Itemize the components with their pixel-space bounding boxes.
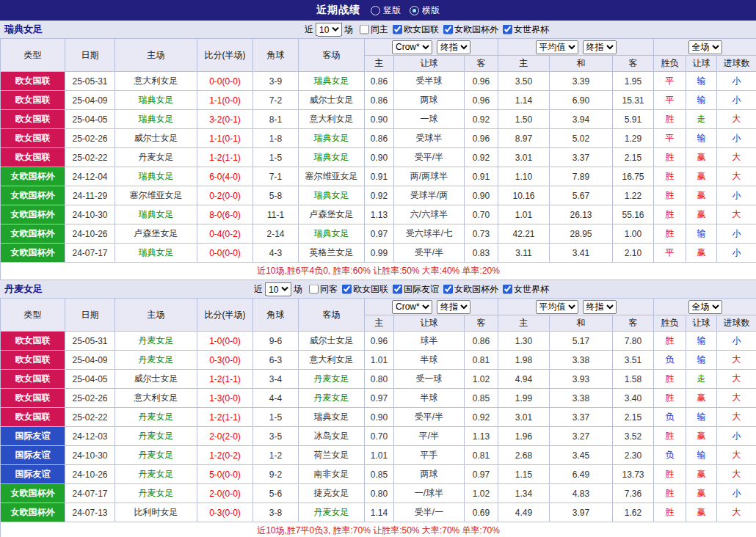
scope-group: 全场 — [654, 299, 756, 315]
checkbox-input[interactable] — [393, 25, 402, 34]
avg-odds-draw: 7.89 — [550, 167, 613, 186]
col-goals: 进球数 — [717, 315, 756, 332]
match-type-badge: 国际友谊 — [1, 465, 65, 484]
handicap-odds-home: 0.86 — [365, 91, 394, 110]
handicap-line: 六/六球半 — [394, 205, 465, 224]
odds-time-select[interactable]: 终指 — [437, 40, 470, 54]
home-team: 丹麦女足 — [115, 484, 197, 503]
col-corner: 角球 — [253, 299, 299, 332]
home-team: 丹麦女足 — [115, 351, 197, 370]
filter-checkbox[interactable]: 欧女国联 — [342, 283, 388, 296]
checkbox-input[interactable] — [309, 285, 319, 294]
handicap-odds-away: 0.86 — [465, 332, 498, 351]
avg-odds-draw: 3.38 — [550, 351, 613, 370]
result-win-draw-loss: 胜 — [654, 427, 686, 446]
layout-radio-vertical[interactable]: 竖版 — [371, 4, 401, 17]
match-date: 24-12-03 — [65, 427, 115, 446]
handicap-line: 半球 — [394, 389, 465, 408]
match-row: 欧女国联25-05-31丹麦女足1-0(0-0)9-6威尔士女足0.96球半0.… — [1, 332, 756, 351]
odds-source-select[interactable]: Crow* — [392, 40, 432, 54]
match-type-badge: 女欧国杯外 — [1, 503, 65, 522]
match-score: 1-2(0-2) — [197, 446, 253, 465]
checkbox-input[interactable] — [342, 285, 352, 294]
avg-odds-draw: 5.67 — [550, 186, 613, 205]
scope-select[interactable]: 全场 — [688, 300, 722, 314]
result-handicap: 赢 — [686, 148, 717, 167]
matches-table: 类型 日期 主场 比分(半场) 角球 客场 Crow* 终指 平均值 终指 — [0, 38, 756, 280]
filter-checkbox[interactable]: 女世界杯 — [503, 23, 549, 36]
filter-checkbox-label: 女欧国杯外 — [454, 283, 498, 296]
filter-checkbox[interactable]: 同主 — [360, 23, 388, 36]
avg-odds-away: 5.91 — [613, 110, 654, 129]
checkbox-input[interactable] — [503, 25, 512, 34]
filter-checkbox[interactable]: 女世界杯 — [503, 283, 549, 296]
corner-score: 1-5 — [253, 148, 299, 167]
avg-odds-draw: 6.90 — [550, 91, 613, 110]
checkbox-input[interactable] — [393, 285, 402, 294]
avg-odds-group: 平均值 终指 — [498, 299, 654, 315]
checkbox-input[interactable] — [443, 25, 453, 34]
avg-odds-away: 2.10 — [613, 244, 654, 263]
handicap-odds-away: 1.13 — [465, 427, 498, 446]
checkbox-input[interactable] — [360, 25, 369, 34]
result-handicap: 输 — [686, 224, 717, 244]
avg-select[interactable]: 平均值 — [536, 40, 578, 54]
avg-time-select[interactable]: 终指 — [583, 40, 617, 54]
handicap-line: 平/半 — [394, 427, 465, 446]
match-row: 欧女国联25-02-26意大利女足1-3(0-0)4-4丹麦女足0.97半球0.… — [1, 389, 756, 408]
avg-odds-draw: 3.41 — [550, 244, 613, 263]
avg-odds-draw: 6.49 — [550, 465, 613, 484]
handicap-line: 球半 — [394, 332, 465, 351]
avg-select[interactable]: 平均值 — [536, 300, 578, 314]
result-handicap: 赢 — [686, 465, 717, 484]
near-count-select[interactable]: 10 — [316, 23, 342, 37]
home-team: 比利时女足 — [115, 503, 197, 522]
filter-checkbox[interactable]: 国际友谊 — [393, 283, 439, 296]
match-row: 女欧国杯外24-12-04瑞典女足6-0(4-0)7-1塞尔维亚女足0.91两/… — [1, 167, 756, 186]
corner-score: 3-9 — [253, 72, 299, 91]
result-handicap: 赢 — [686, 186, 717, 205]
col-away: 客场 — [299, 299, 365, 332]
result-goals: 大 — [717, 167, 756, 186]
away-team: 丹麦女足 — [299, 389, 365, 408]
match-score: 0-0(0-0) — [197, 244, 253, 263]
handicap-odds-home: 0.90 — [365, 408, 394, 427]
col-avg-home: 主 — [498, 315, 550, 332]
match-row: 国际友谊24-10-30丹麦女足1-2(0-2)1-2荷兰女足1.01平手0.8… — [1, 446, 756, 465]
avg-odds-away: 15.31 — [613, 91, 654, 110]
result-handicap: 输 — [686, 91, 717, 110]
col-odds-away: 客 — [465, 315, 498, 332]
checkbox-input[interactable] — [443, 285, 453, 294]
avg-odds-draw: 3.97 — [550, 503, 613, 522]
checkbox-input[interactable] — [503, 285, 512, 294]
filter-checkbox[interactable]: 女欧国杯外 — [443, 23, 498, 36]
result-goals: 小 — [717, 332, 756, 351]
filter-checkbox[interactable]: 女欧国杯外 — [443, 283, 498, 296]
match-type-badge: 女欧国杯外 — [1, 205, 65, 224]
result-goals: 小 — [717, 72, 756, 91]
match-date: 24-11-29 — [65, 186, 115, 205]
filter-checkbox[interactable]: 欧女国联 — [393, 23, 439, 36]
handicap-line: 两球 — [394, 91, 465, 110]
odds-source-select[interactable]: Crow* — [392, 300, 432, 314]
col-goals: 进球数 — [717, 56, 756, 72]
near-count-select[interactable]: 10 — [265, 282, 291, 296]
scope-select[interactable]: 全场 — [688, 40, 722, 54]
col-odds-home: 主 — [365, 56, 394, 72]
odds-time-select[interactable]: 终指 — [437, 300, 470, 314]
result-win-draw-loss: 平 — [654, 72, 686, 91]
home-team: 威尔士女足 — [115, 370, 197, 389]
col-result: 胜负 — [654, 315, 686, 332]
result-win-draw-loss: 胜 — [654, 205, 686, 224]
filter-checkbox[interactable]: 同客 — [309, 283, 338, 296]
avg-time-select[interactable]: 终指 — [583, 300, 617, 314]
avg-odds-group: 平均值 终指 — [498, 39, 654, 56]
avg-odds-draw: 5.02 — [550, 129, 613, 148]
avg-odds-home: 4.49 — [498, 503, 550, 522]
match-score: 1-1(0-0) — [197, 91, 253, 110]
layout-radio-horizontal[interactable]: 横版 — [410, 4, 440, 17]
home-team: 卢森堡女足 — [115, 224, 197, 244]
result-handicap: 赢 — [686, 427, 717, 446]
result-goals: 大 — [717, 351, 756, 370]
corner-score: 3-4 — [253, 370, 299, 389]
